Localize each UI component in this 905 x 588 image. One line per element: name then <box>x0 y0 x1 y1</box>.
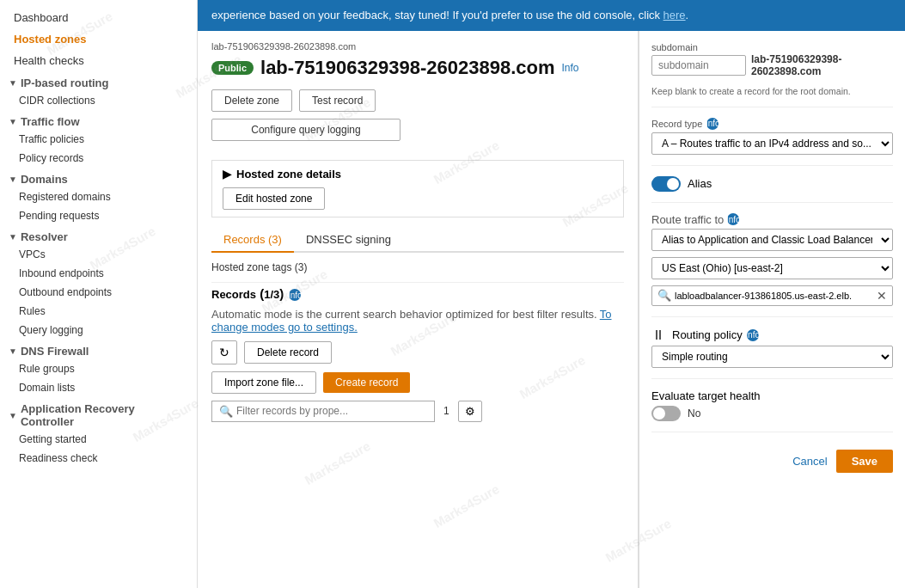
route-search-input[interactable] <box>675 291 873 301</box>
sidebar-sub-pending[interactable]: Pending requests <box>0 206 197 225</box>
filter-records-input[interactable] <box>236 405 427 417</box>
alias-toggle[interactable] <box>651 176 681 192</box>
sidebar-item-dashboard[interactable]: Dashboard <box>0 7 197 28</box>
sidebar: Dashboard Hosted zones Health checks ▼ I… <box>0 0 198 588</box>
eval-health-toggle[interactable] <box>651 406 681 421</box>
route-traffic-label: Route traffic to Info <box>651 213 893 226</box>
refresh-button[interactable]: ↻ <box>211 340 237 364</box>
tabs-bar: Records (3) DNSSEC signing <box>211 228 624 253</box>
route-search-field[interactable]: 🔍 ✕ <box>651 285 893 306</box>
public-badge: Public <box>211 61 254 75</box>
zone-tags[interactable]: Hosted zone tags (3) <box>211 261 624 273</box>
zone-info-link[interactable]: Info <box>562 62 579 74</box>
zone-buttons: Delete zone Test record <box>211 89 624 112</box>
create-record-button[interactable]: Create record <box>323 372 410 393</box>
edit-hosted-zone-button[interactable]: Edit hosted zone <box>223 187 325 210</box>
eval-health-row: Evaluate target health No <box>651 389 893 421</box>
arrow-icon: ▼ <box>9 232 17 242</box>
zone-url: lab-751906329398-26023898.com <box>211 41 624 52</box>
page-number: 1 <box>440 405 453 417</box>
sidebar-sub-rules[interactable]: Rules <box>0 302 197 321</box>
main-content: experience based on your feedback, stay … <box>198 0 905 588</box>
sidebar-sub-readiness-check[interactable]: Readiness check <box>0 449 197 468</box>
zone-title: Public lab-751906329398-26023898.com Inf… <box>211 57 624 79</box>
alias-toggle-row: Alias <box>651 176 893 192</box>
subdomain-row: subdomain lab-751906329398-26023898.com <box>651 41 893 77</box>
clear-icon[interactable]: ✕ <box>877 289 887 303</box>
banner-text: experience based on your feedback, stay … <box>211 9 660 21</box>
banner-link[interactable]: here <box>663 9 686 21</box>
arrow-icon: ▼ <box>9 175 17 184</box>
sidebar-section-resolver[interactable]: ▼ Resolver <box>0 225 197 245</box>
tab-records[interactable]: Records (3) <box>211 228 294 253</box>
panel-footer: Cancel Save <box>651 450 893 473</box>
sidebar-section-ip[interactable]: ▼ IP-based routing <box>0 71 197 91</box>
save-button[interactable]: Save <box>836 450 893 473</box>
routing-policy-select[interactable]: Simple routing <box>651 346 893 368</box>
record-type-label: Record type <box>651 119 702 129</box>
subdomain-input[interactable] <box>651 55 746 76</box>
record-type-select[interactable]: A – Routes traffic to an IPv4 address an… <box>651 132 893 155</box>
banner: experience based on your feedback, stay … <box>198 0 905 31</box>
alias-label: Alias <box>688 177 712 190</box>
eval-health-no-label: No <box>688 407 700 420</box>
search-icon: 🔍 <box>657 289 671 302</box>
record-type-row: Record type Info A – Routes traffic to a… <box>651 118 893 155</box>
filter-records-search[interactable]: 🔍 <box>211 401 435 422</box>
arrow-icon: ▼ <box>9 117 17 126</box>
records-header: Records (1/3) <box>211 286 284 301</box>
sidebar-sub-outbound[interactable]: Outbound endpoints <box>0 283 197 302</box>
sidebar-item-health-checks[interactable]: Health checks <box>0 50 197 71</box>
pause-icon[interactable]: ⏸ <box>651 328 665 343</box>
records-note: Automatic mode is the current search beh… <box>211 308 624 334</box>
configure-logging-button[interactable]: Configure query logging <box>211 119 401 141</box>
sidebar-sub-vpcs[interactable]: VPCs <box>0 245 197 264</box>
sidebar-sub-policy-records[interactable]: Policy records <box>0 149 197 168</box>
sidebar-section-traffic[interactable]: ▼ Traffic flow <box>0 110 197 130</box>
delete-record-button[interactable]: Delete record <box>244 341 332 364</box>
arrow-icon: ▼ <box>9 346 17 356</box>
route-traffic-row: Route traffic to Info Alias to Applicati… <box>651 213 893 306</box>
records-actions-2: Import zone file... Create record <box>211 371 624 394</box>
settings-gear-button[interactable]: ⚙ <box>458 401 482 422</box>
search-icon: 🔍 <box>219 405 233 418</box>
arrow-icon: ▼ <box>9 411 17 420</box>
subdomain-label: subdomain <box>651 42 746 52</box>
domain-display: lab-751906329398-26023898.com <box>751 53 893 77</box>
sidebar-section-domains[interactable]: ▼ Domains <box>0 168 197 187</box>
sidebar-sub-rule-groups[interactable]: Rule groups <box>0 359 197 378</box>
eval-health-toggle-row: No <box>651 406 893 421</box>
test-record-button[interactable]: Test record <box>299 89 376 112</box>
sidebar-section-arc[interactable]: ▼ Application Recovery Controller <box>0 397 197 430</box>
routing-policy-row: ⏸ Routing policy Info Simple routing <box>651 328 893 368</box>
tab-dnssec[interactable]: DNSSEC signing <box>294 228 403 253</box>
sidebar-section-dns-firewall[interactable]: ▼ DNS Firewall <box>0 340 197 359</box>
sidebar-sub-domain-lists[interactable]: Domain lists <box>0 378 197 397</box>
import-zone-button[interactable]: Import zone file... <box>211 371 316 394</box>
records-actions: ↻ Delete record <box>211 340 624 364</box>
sidebar-sub-traffic-policies[interactable]: Traffic policies <box>0 130 197 149</box>
sidebar-sub-cidr[interactable]: CIDR collections <box>0 91 197 110</box>
arrow-icon: ▼ <box>9 78 17 88</box>
routing-policy-label: Routing policy <box>672 328 743 341</box>
details-arrow-icon: ▶ <box>223 168 231 181</box>
sidebar-sub-registered[interactable]: Registered domains <box>0 187 197 206</box>
sidebar-sub-getting-started[interactable]: Getting started <box>0 430 197 449</box>
route-info-badge[interactable]: Info <box>727 213 739 225</box>
sidebar-sub-query-logging[interactable]: Query logging <box>0 321 197 340</box>
delete-zone-button[interactable]: Delete zone <box>211 89 292 112</box>
record-type-info[interactable]: Info <box>706 118 718 130</box>
eval-health-label: Evaluate target health <box>651 389 893 402</box>
right-panel: subdomain lab-751906329398-26023898.com … <box>639 31 905 588</box>
cancel-button[interactable]: Cancel <box>792 455 827 468</box>
routing-info-badge[interactable]: Info <box>747 329 759 341</box>
records-info-badge[interactable]: Info <box>289 289 301 301</box>
sidebar-sub-inbound[interactable]: Inbound endpoints <box>0 264 197 283</box>
route-option1-select[interactable]: Alias to Application and Classic Load Ba… <box>651 229 893 251</box>
content-main: lab-751906329398-26023898.com Public lab… <box>198 31 905 588</box>
zone-name: lab-751906329398-26023898.com <box>260 57 555 79</box>
hosted-zone-details[interactable]: ▶ Hosted zone details Edit hosted zone <box>211 160 624 217</box>
subdomain-hint: Keep blank to create a record for the ro… <box>651 86 893 96</box>
sidebar-item-hosted-zones[interactable]: Hosted zones <box>0 28 197 50</box>
route-option2-select[interactable]: US East (Ohio) [us-east-2] <box>651 257 893 279</box>
